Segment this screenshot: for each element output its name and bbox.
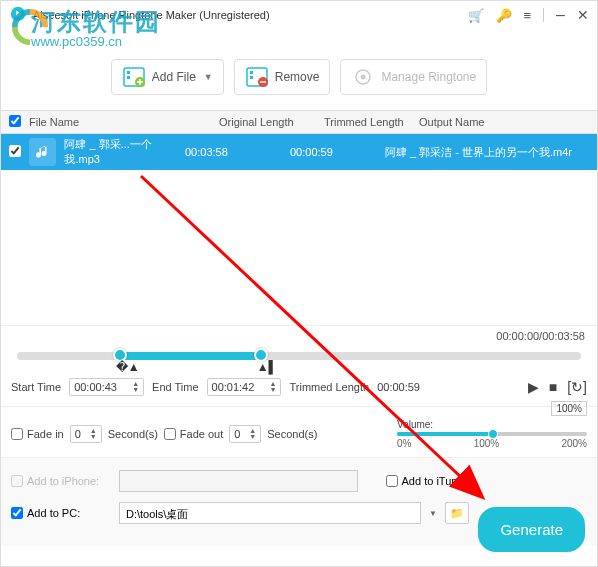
- fade-in-checkbox[interactable]: Fade in: [11, 428, 64, 440]
- music-file-icon: [29, 138, 56, 166]
- toolbar: Add File ▼ Remove Manage Ringtone: [1, 29, 597, 110]
- folder-icon: 📁: [450, 507, 464, 520]
- loop-button[interactable]: [↻]: [567, 379, 587, 395]
- row-filename: 阿肆 _ 郭采...一个我.mp3: [64, 137, 185, 167]
- time-controls: Start Time 00:00:43 ▲▼ End Time 00:01:42…: [1, 372, 597, 402]
- trimmed-length-label: Trimmed Length: [289, 381, 369, 393]
- table-row[interactable]: 阿肆 _ 郭采...一个我.mp3 00:03:58 00:00:59 阿肆 _…: [1, 134, 597, 170]
- window-title: Aiseesoft iPhone Ringtone Maker (Unregis…: [33, 9, 270, 21]
- add-to-iphone-checkbox[interactable]: Add to iPhone:: [11, 475, 111, 487]
- generate-button[interactable]: Generate: [478, 507, 585, 552]
- browse-button[interactable]: 📁: [445, 502, 469, 524]
- spinner-icon[interactable]: ▲▼: [270, 381, 277, 393]
- volume-label: Volume:: [397, 419, 433, 430]
- trimmed-length-value: 00:00:59: [377, 381, 420, 393]
- end-time-input[interactable]: 00:01:42 ▲▼: [207, 378, 282, 396]
- col-output-name: Output Name: [419, 116, 589, 128]
- spinner-icon[interactable]: ▲▼: [132, 381, 139, 393]
- row-output-name: 阿肆 _ 郭采洁 - 世界上的另一个我.m4r: [385, 145, 589, 160]
- table-header: File Name Original Length Trimmed Length…: [1, 110, 597, 134]
- close-button[interactable]: ✕: [577, 7, 589, 23]
- remove-icon: [245, 66, 269, 88]
- minimize-button[interactable]: –: [556, 6, 565, 24]
- chevron-down-icon: ▼: [204, 72, 213, 82]
- pc-path-dropdown[interactable]: ▼: [429, 509, 437, 518]
- pc-path-input[interactable]: D:\tools\桌面: [119, 502, 421, 524]
- timeline-display: 00:00:00/00:03:58: [1, 325, 597, 346]
- key-icon[interactable]: 🔑: [496, 8, 512, 23]
- manage-ringtone-button[interactable]: Manage Ringtone: [340, 59, 487, 95]
- stop-button[interactable]: ■: [549, 379, 557, 395]
- start-time-input[interactable]: 00:00:43 ▲▼: [69, 378, 144, 396]
- volume-slider[interactable]: [397, 432, 587, 436]
- app-logo-icon: [9, 5, 27, 25]
- cart-icon[interactable]: 🛒: [468, 8, 484, 23]
- add-to-pc-checkbox[interactable]: Add to PC:: [11, 507, 111, 519]
- start-time-label: Start Time: [11, 381, 61, 393]
- svg-point-10: [361, 75, 366, 80]
- col-original-length: Original Length: [219, 116, 324, 128]
- fade-out-input[interactable]: 0 ▲▼: [229, 425, 261, 443]
- iphone-path-input: [119, 470, 358, 492]
- svg-rect-6: [250, 71, 253, 74]
- select-all-checkbox[interactable]: [9, 115, 21, 127]
- volume-control: Volume: 100% 0% 100% 200%: [397, 419, 587, 449]
- mark-start: �▲: [116, 360, 140, 374]
- svg-rect-2: [127, 71, 130, 74]
- col-filename: File Name: [29, 116, 219, 128]
- menu-icon[interactable]: ≡: [524, 8, 532, 23]
- empty-list-area: [1, 170, 597, 325]
- remove-button[interactable]: Remove: [234, 59, 331, 95]
- add-file-button[interactable]: Add File ▼: [111, 59, 224, 95]
- play-button[interactable]: ▶: [528, 379, 539, 395]
- col-trimmed-length: Trimmed Length: [324, 116, 419, 128]
- row-trimmed-length: 00:00:59: [290, 146, 385, 158]
- titlebar: Aiseesoft iPhone Ringtone Maker (Unregis…: [1, 1, 597, 29]
- gear-icon: [351, 66, 375, 88]
- svg-rect-7: [250, 76, 253, 79]
- fade-in-input[interactable]: 0 ▲▼: [70, 425, 102, 443]
- svg-rect-3: [127, 76, 130, 79]
- trim-slider[interactable]: �▲ ▲▌: [1, 346, 597, 372]
- row-original-length: 00:03:58: [185, 146, 290, 158]
- fade-out-checkbox[interactable]: Fade out: [164, 428, 223, 440]
- end-time-label: End Time: [152, 381, 198, 393]
- add-file-icon: [122, 66, 146, 88]
- volume-value: 100%: [551, 401, 587, 416]
- separator: [543, 8, 544, 22]
- mark-end: ▲▌: [257, 360, 277, 374]
- fade-controls: Fade in 0 ▲▼ Second(s) Fade out 0 ▲▼ Sec…: [1, 411, 597, 457]
- row-checkbox[interactable]: [9, 145, 21, 157]
- add-to-itunes-checkbox[interactable]: Add to iTunes: [386, 475, 469, 487]
